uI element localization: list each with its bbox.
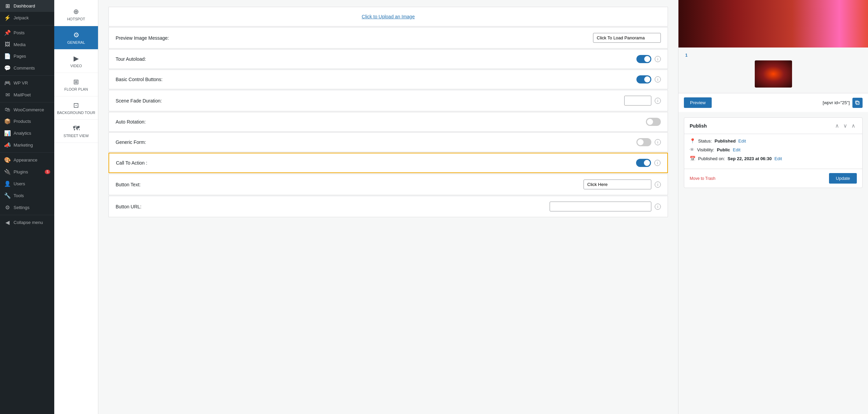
sidebar-item-settings[interactable]: ⚙ Settings <box>0 202 54 213</box>
scene-fade-label: Scene Fade Duration: <box>116 98 162 104</box>
sec-item-bgtour[interactable]: ⊡ BACKGROUND TOUR <box>54 96 98 120</box>
tour-autoload-toggle[interactable] <box>636 55 651 63</box>
generic-form-toggle[interactable] <box>636 138 651 146</box>
center-panel: Click to Upload an Image Preview Image M… <box>98 0 678 414</box>
thumbnail-section: 1 <box>678 48 868 93</box>
secondary-sidebar: ⊕ HOTSPOT ⚙ GENERAL ▶ VIDEO ⊞ FLOOR PLAN… <box>54 0 98 414</box>
call-to-action-toggle[interactable] <box>636 159 651 167</box>
plugins-icon: 🔌 <box>4 169 11 175</box>
preview-image-row: Preview Image Message: <box>108 27 668 49</box>
publish-chevron-up[interactable]: ∧ <box>834 122 841 130</box>
publish-chevron-down[interactable]: ∨ <box>842 122 849 130</box>
button-url-label: Button URL: <box>116 204 141 209</box>
sidebar-item-products[interactable]: 📦 Products <box>0 115 54 127</box>
generic-form-row: Generic Form: i <box>108 132 668 152</box>
auto-rotation-row: Auto Rotation: <box>108 112 668 132</box>
sidebar-item-analytics[interactable]: 📊 Analytics <box>0 127 54 139</box>
publish-visibility-row: 👁 Visibility: Public Edit <box>690 147 857 152</box>
sec-item-floorplan[interactable]: ⊞ FLOOR PLAN <box>54 73 98 96</box>
sidebar-item-label: Posts <box>14 30 25 35</box>
sidebar-divider <box>0 152 54 153</box>
status-edit-link[interactable]: Edit <box>738 138 746 144</box>
sidebar-item-wpvr[interactable]: 🎮 WP VR <box>0 77 54 89</box>
auto-rotation-label: Auto Rotation: <box>116 119 146 125</box>
sidebar-item-woocommerce[interactable]: 🛍 WooCommerce <box>0 104 54 115</box>
publish-status-row: 📍 Status: Published Edit <box>690 138 857 144</box>
sidebar-item-comments[interactable]: 💬 Comments <box>0 62 54 74</box>
publish-chevron-collapse[interactable]: ∧ <box>850 122 857 130</box>
button-text-info[interactable]: i <box>655 182 661 188</box>
visibility-edit-link[interactable]: Edit <box>733 147 740 152</box>
sidebar-item-label: WooCommerce <box>14 107 44 112</box>
shortcode-text: [wpvr id="25"] <box>823 100 850 105</box>
sidebar-item-marketing[interactable]: 📣 Marketing <box>0 139 54 151</box>
sidebar-item-media[interactable]: 🖼 Media <box>0 39 54 50</box>
auto-rotation-right <box>646 118 661 126</box>
sidebar-item-pages[interactable]: 📄 Pages <box>0 50 54 62</box>
upload-area[interactable]: Click to Upload an Image <box>108 7 668 26</box>
mailpoet-icon: ✉ <box>4 92 11 98</box>
hotspot-icon: ⊕ <box>73 7 79 16</box>
scene-fade-input[interactable] <box>624 96 651 106</box>
sidebar-item-plugins[interactable]: 🔌 Plugins 5 <box>0 166 54 178</box>
published-label: Published on: <box>698 156 725 161</box>
settings-icon: ⚙ <box>4 204 11 211</box>
sidebar-divider <box>0 25 54 25</box>
copy-shortcode-button[interactable] <box>852 98 863 108</box>
basic-control-slider <box>636 75 651 83</box>
users-icon: 👤 <box>4 181 11 187</box>
generic-form-info[interactable]: i <box>655 139 661 145</box>
plugins-badge: 5 <box>45 170 50 174</box>
sidebar-item-tools[interactable]: 🔧 Tools <box>0 190 54 202</box>
preview-button[interactable]: Preview <box>684 97 712 108</box>
sidebar: ⊞ Dashboard ⚡ Jetpack 📌 Posts 🖼 Media 📄 … <box>0 0 54 414</box>
main-content: Click to Upload an Image Preview Image M… <box>98 0 868 414</box>
update-button[interactable]: Update <box>829 173 857 184</box>
sec-item-hotspot[interactable]: ⊕ HOTSPOT <box>54 3 98 26</box>
call-to-action-slider <box>636 159 651 167</box>
button-url-input[interactable] <box>550 202 651 211</box>
scene-fade-right: i <box>624 96 661 106</box>
posts-icon: 📌 <box>4 30 11 36</box>
tour-autoload-row: Tour Autoload: i <box>108 49 668 69</box>
tour-autoload-label: Tour Autoload: <box>116 56 146 62</box>
sidebar-divider <box>0 75 54 76</box>
button-url-info[interactable]: i <box>655 204 661 210</box>
generic-form-right: i <box>636 138 661 146</box>
sec-item-streetview[interactable]: 🗺 STREET VIEW <box>54 120 98 143</box>
collapse-icon: ◀ <box>4 219 11 226</box>
publish-body: 📍 Status: Published Edit 👁 Visibility: P… <box>684 134 862 169</box>
move-to-trash-link[interactable]: Move to Trash <box>690 176 715 181</box>
analytics-icon: 📊 <box>4 130 11 136</box>
sidebar-item-label: Analytics <box>14 131 31 136</box>
button-text-input[interactable] <box>584 180 651 189</box>
call-to-action-info[interactable]: i <box>654 160 660 166</box>
basic-control-label: Basic Control Buttons: <box>116 77 163 82</box>
visibility-icon: 👁 <box>690 147 694 152</box>
scene-fade-info[interactable]: i <box>655 98 661 104</box>
publish-header: Publish ∧ ∨ ∧ <box>684 118 862 134</box>
tour-autoload-info[interactable]: i <box>655 56 661 62</box>
publish-controls: ∧ ∨ ∧ <box>834 122 857 130</box>
published-date: Sep 22, 2023 at 06:30 <box>728 156 772 161</box>
basic-control-toggle[interactable] <box>636 75 651 83</box>
sidebar-item-mailpoet[interactable]: ✉ MailPoet <box>0 89 54 101</box>
preview-image-input[interactable] <box>593 33 661 43</box>
sec-item-label: VIDEO <box>70 64 82 68</box>
sec-item-video[interactable]: ▶ VIDEO <box>54 50 98 73</box>
sidebar-item-jetpack[interactable]: ⚡ Jetpack <box>0 12 54 24</box>
basic-control-info[interactable]: i <box>655 76 661 82</box>
published-edit-link[interactable]: Edit <box>774 156 782 161</box>
tools-icon: 🔧 <box>4 192 11 199</box>
sec-item-general[interactable]: ⚙ GENERAL <box>54 26 98 50</box>
sidebar-item-label: Dashboard <box>14 3 35 8</box>
sidebar-item-appearance[interactable]: 🎨 Appearance <box>0 154 54 166</box>
thumbnail-image <box>755 60 792 88</box>
call-to-action-row: Call To Action : i <box>108 153 668 173</box>
dashboard-icon: ⊞ <box>4 3 11 9</box>
sidebar-item-collapse[interactable]: ◀ Collapse menu <box>0 217 54 228</box>
sidebar-item-posts[interactable]: 📌 Posts <box>0 27 54 39</box>
sidebar-item-users[interactable]: 👤 Users <box>0 178 54 190</box>
auto-rotation-toggle[interactable] <box>646 118 661 126</box>
sidebar-item-dashboard[interactable]: ⊞ Dashboard <box>0 0 54 12</box>
